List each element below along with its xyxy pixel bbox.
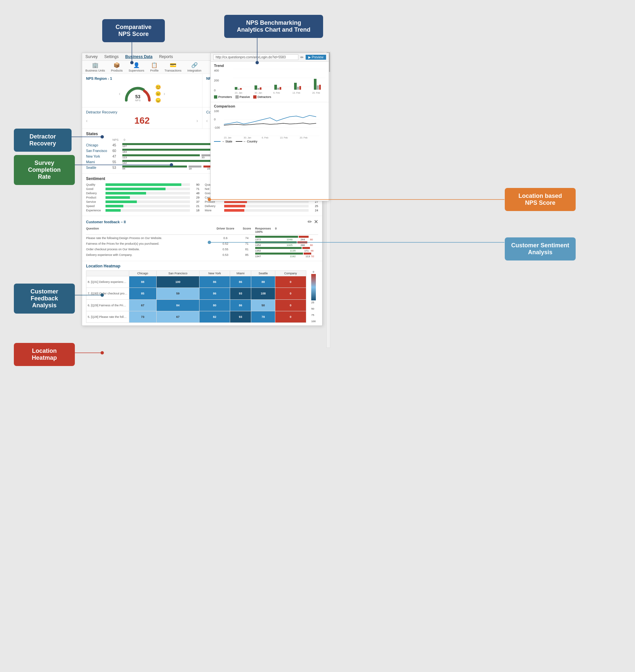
sent-product: Product 29 — [86, 196, 199, 199]
svg-rect-13 — [274, 85, 277, 90]
trend-legend: Promoters Passive Detractors — [214, 95, 325, 99]
bench-preview-btn[interactable]: ▶ Preview — [306, 55, 326, 60]
bench-url-bar: ✏ ▶ Preview — [211, 53, 329, 62]
completion-prev[interactable]: ‹ — [206, 118, 208, 123]
detractor-recovery-title: Detractor Recovery — [86, 110, 198, 114]
heatmap-row-4: 5. [Q28] Please rate the following: Des.… — [86, 311, 306, 323]
country-line-icon — [236, 140, 242, 143]
svg-text:30. Jan: 30. Jan — [244, 136, 251, 139]
heatmap-header-row: Chicago San Francisco New York Miami Sea… — [86, 271, 306, 276]
sentiment-positive: Quality 90 Good 71 Deliver — [86, 183, 199, 213]
nav-settings[interactable]: Settings — [104, 55, 118, 59]
sent-quality-bar — [106, 183, 190, 186]
comp-legend-state: → State — [214, 140, 233, 143]
feedback-header: Customer feedback – II ✏ ✕ — [86, 219, 318, 225]
supervisors-icon: 👤 — [133, 62, 140, 68]
heatmap-title: Location Heatmap — [86, 264, 318, 268]
region-1-next[interactable]: › — [163, 91, 165, 96]
svg-text:20. Feb: 20. Feb — [312, 92, 320, 94]
label-comparative-nps: Comparative NPS Score — [102, 19, 165, 42]
svg-text:30. Jan: 30. Jan — [255, 92, 262, 94]
nav-survey[interactable]: Survey — [85, 55, 97, 59]
sent-product-bar — [106, 196, 190, 199]
detractor-next[interactable]: › — [197, 118, 198, 123]
trend-title: Trend — [214, 64, 325, 68]
nav-business-data[interactable]: Business Data — [125, 55, 153, 59]
fb-resp-2: 1352 1005 286 60 — [255, 241, 318, 246]
svg-text:6. Feb: 6. Feb — [273, 92, 280, 94]
icon-profile-label: Profile — [150, 69, 159, 72]
nav-reports[interactable]: Reports — [159, 55, 173, 59]
svg-rect-7 — [235, 87, 237, 90]
label-location: Location based NPS Score — [505, 188, 576, 211]
integration-icon: 🔗 — [191, 62, 198, 68]
region-1-prev[interactable]: ‹ — [119, 91, 121, 96]
passive-dot — [235, 95, 239, 99]
sent-speed-bar — [106, 205, 190, 208]
feedback-actions: ✏ ✕ — [308, 219, 318, 225]
icon-integration-label: Integration — [187, 69, 201, 72]
label-survey-text: Survey Completion Rate — [28, 159, 61, 180]
icon-transactions[interactable]: 💳 Transactions — [165, 62, 181, 72]
feedback-table: Question Driver Score Score Responses 0 … — [86, 227, 318, 257]
label-sentiment-text: Customer Sentiment Analysis — [511, 242, 569, 256]
fb-row-4: Delivery experience with Company. 0.53 8… — [86, 253, 318, 257]
icon-integration[interactable]: 🔗 Integration — [187, 62, 201, 72]
feedback-close-icon[interactable]: ✕ — [314, 219, 318, 225]
promoters-dot — [214, 95, 217, 99]
svg-text:6. Feb: 6. Feb — [262, 136, 268, 139]
label-detractor-text: Detractor Recovery — [29, 133, 56, 147]
svg-text:13. Feb: 13. Feb — [280, 136, 288, 139]
detractor-prev[interactable]: ‹ — [86, 118, 88, 123]
heatmap-col-ny: New York — [199, 271, 230, 276]
icon-transactions-label: Transactions — [165, 69, 181, 72]
label-feedback: Customer Feedback Analysis — [14, 284, 75, 313]
svg-rect-15 — [280, 87, 281, 90]
feedback-table-header: Question Driver Score Score Responses 0 … — [86, 227, 318, 235]
heatmap-col-company: Company — [275, 271, 306, 276]
heatmap-row-1: 8. [Q31] Delivery experience with Vista.… — [86, 276, 306, 288]
region-1-title: NPS Region - 1 — [86, 77, 198, 81]
comparison-chart: 23. Jan 30. Jan 6. Feb 13. Feb 20. Feb — [224, 109, 320, 139]
icon-business-units[interactable]: 🏢 Business Units — [85, 62, 105, 72]
fb-resp-1: 1372 1048 244 60 — [255, 236, 318, 240]
icon-supervisors-label: Supervisors — [129, 69, 145, 72]
svg-rect-18 — [299, 86, 301, 90]
comp-legend-country: ← Country — [236, 140, 258, 143]
detractors-dot — [253, 95, 257, 99]
svg-rect-14 — [277, 88, 279, 90]
svg-point-52 — [101, 351, 104, 354]
heatmap-legend: 0 25 50 75 100 — [309, 270, 318, 323]
heatmap-col-chicago: Chicago — [129, 271, 157, 276]
legend-promoters: Promoters — [214, 95, 232, 99]
bench-edit-icon[interactable]: ✏ — [300, 55, 304, 60]
fb-row-3: Order checkout process on Our Website. 0… — [86, 247, 318, 252]
feedback-section: Customer feedback – II ✏ ✕ Question Driv… — [82, 216, 322, 261]
sent-r-delivery: Delivery 25 — [205, 204, 318, 208]
svg-rect-21 — [319, 85, 321, 90]
svg-text:53: 53 — [135, 94, 140, 99]
icon-profile[interactable]: 📋 Profile — [150, 62, 159, 72]
svg-text:NPS: NPS — [135, 99, 140, 102]
icon-supervisors[interactable]: 👤 Supervisors — [129, 62, 145, 72]
fb-row-1: Please rate the following:Design Process… — [86, 236, 318, 240]
sent-delivery: Delivery 48 — [86, 192, 199, 195]
icon-products-label: Products — [111, 69, 123, 72]
sent-good-bar — [106, 188, 190, 190]
profile-icon: 📋 — [151, 62, 158, 68]
fb-resp-4: 1347 1182 113 52 — [255, 253, 318, 257]
sent-quality: Quality 90 — [86, 183, 199, 186]
heatmap-color-scale — [311, 274, 316, 300]
svg-text:20. Feb: 20. Feb — [300, 136, 308, 139]
sent-service-bar — [106, 200, 190, 203]
products-icon: 📦 — [113, 62, 120, 68]
icon-business-units-label: Business Units — [85, 69, 105, 72]
icon-products[interactable]: 📦 Products — [111, 62, 123, 72]
bench-url-input[interactable] — [213, 55, 299, 60]
sent-speed: Speed 21 — [86, 204, 199, 208]
sent-delivery-bar — [106, 192, 190, 195]
feedback-edit-icon[interactable]: ✏ — [308, 219, 312, 225]
heatmap-section: Location Heatmap Chicago San Francisco N… — [82, 261, 322, 325]
sent-good: Good 71 — [86, 187, 199, 191]
svg-rect-8 — [238, 89, 240, 90]
